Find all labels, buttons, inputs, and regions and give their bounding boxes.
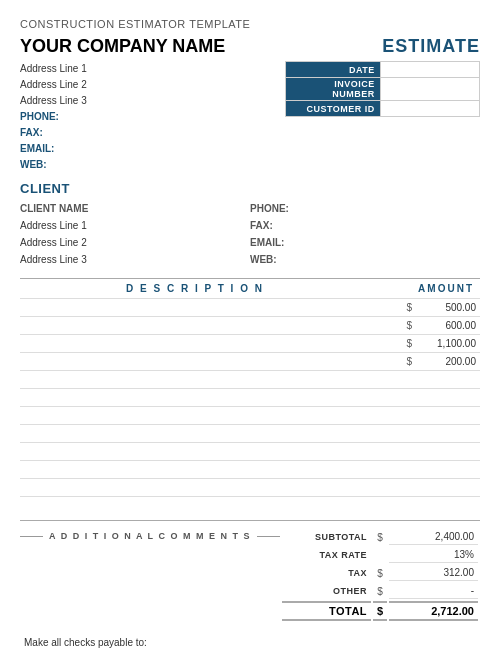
customer-id-value[interactable] <box>380 101 479 117</box>
comments-section: A D D I T I O N A L C O M M E N T S <box>20 527 280 541</box>
desc-header: D E S C R I P T I O N <box>26 283 364 294</box>
other-value: - <box>389 583 478 599</box>
client-address3: Address Line 3 <box>20 254 87 265</box>
invoice-number-value[interactable] <box>380 78 479 101</box>
totals-table: SUBTOTAL $ 2,400.00 TAX RATE 13% TAX $ 3… <box>280 527 480 623</box>
client-info: CLIENT NAME PHONE: Address Line 1 FAX: A… <box>20 200 480 268</box>
tax-rate-value: 13% <box>389 547 478 563</box>
table-row[interactable] <box>20 370 480 388</box>
tax-row: TAX $ 312.00 <box>282 565 478 581</box>
amount-header: AMOUNT <box>364 283 474 294</box>
client-section-label: CLIENT <box>20 181 480 196</box>
table-row[interactable]: $ 600.00 <box>20 316 480 334</box>
other-dollar: $ <box>373 583 387 599</box>
client-phone-label: PHONE: <box>250 203 289 214</box>
client-address1: Address Line 1 <box>20 220 87 231</box>
company-address2: Address Line 2 <box>20 77 87 93</box>
table-row[interactable]: $ 1,100.00 <box>20 334 480 352</box>
other-row: OTHER $ - <box>282 583 478 599</box>
subtotal-value: 2,400.00 <box>389 529 478 545</box>
table-row[interactable] <box>20 496 480 514</box>
client-fax-label: FAX: <box>250 220 273 231</box>
comments-totals: A D D I T I O N A L C O M M E N T S SUBT… <box>20 520 480 623</box>
total-dollar: $ <box>373 601 387 621</box>
tax-rate-row: TAX RATE 13% <box>282 547 478 563</box>
date-label: DATE <box>286 62 381 78</box>
table-row[interactable] <box>20 424 480 442</box>
invoice-info-table: DATE INVOICE NUMBER CUSTOMER ID <box>285 61 480 117</box>
client-web-label: WEB: <box>250 254 277 265</box>
table-row[interactable] <box>20 478 480 496</box>
item-amount[interactable]: 1,100.00 <box>416 338 476 349</box>
table-row[interactable] <box>20 406 480 424</box>
company-phone-label: PHONE: <box>20 111 59 122</box>
invoice-number-label: INVOICE NUMBER <box>286 78 381 101</box>
tax-dollar: $ <box>373 565 387 581</box>
other-label: OTHER <box>282 583 371 599</box>
item-dollar: $ <box>400 320 412 331</box>
estimate-label: ESTIMATE <box>382 36 480 57</box>
items-section: D E S C R I P T I O N AMOUNT $ 500.00 $ … <box>20 278 480 514</box>
items-header: D E S C R I P T I O N AMOUNT <box>20 279 480 298</box>
item-amount[interactable]: 200.00 <box>416 356 476 367</box>
company-name: YOUR COMPANY NAME <box>20 36 225 57</box>
tax-label: TAX <box>282 565 371 581</box>
item-dollar: $ <box>400 338 412 349</box>
footer-payable: Make all checks payable to: <box>20 637 480 648</box>
item-amount[interactable]: 500.00 <box>416 302 476 313</box>
total-row: TOTAL $ 2,712.00 <box>282 601 478 621</box>
table-row[interactable] <box>20 442 480 460</box>
client-email-label: EMAIL: <box>250 237 284 248</box>
client-address2: Address Line 2 <box>20 237 87 248</box>
total-label: TOTAL <box>282 601 371 621</box>
item-dollar: $ <box>400 356 412 367</box>
company-web-label: WEB: <box>20 159 47 170</box>
client-name-label: CLIENT NAME <box>20 203 88 214</box>
item-amount[interactable]: 600.00 <box>416 320 476 331</box>
total-value: 2,712.00 <box>389 601 478 621</box>
subtotal-label: SUBTOTAL <box>282 529 371 545</box>
subtotal-dollar: $ <box>373 529 387 545</box>
customer-id-label: CUSTOMER ID <box>286 101 381 117</box>
company-fax-label: FAX: <box>20 127 43 138</box>
company-address3: Address Line 3 <box>20 93 87 109</box>
tax-rate-label: TAX RATE <box>282 547 371 563</box>
table-row[interactable]: $ 500.00 <box>20 298 480 316</box>
table-row[interactable] <box>20 460 480 478</box>
doc-title: CONSTRUCTION ESTIMATOR TEMPLATE <box>20 18 480 30</box>
company-email-label: EMAIL: <box>20 143 54 154</box>
tax-value: 312.00 <box>389 565 478 581</box>
company-address1: Address Line 1 <box>20 61 87 77</box>
subtotal-row: SUBTOTAL $ 2,400.00 <box>282 529 478 545</box>
table-row[interactable]: $ 200.00 <box>20 352 480 370</box>
date-value[interactable] <box>380 62 479 78</box>
items-container: $ 500.00 $ 600.00 $ 1,100.00 $ 200.00 <box>20 298 480 514</box>
item-dollar: $ <box>400 302 412 313</box>
table-row[interactable] <box>20 388 480 406</box>
comments-label: A D D I T I O N A L C O M M E N T S <box>49 531 251 541</box>
